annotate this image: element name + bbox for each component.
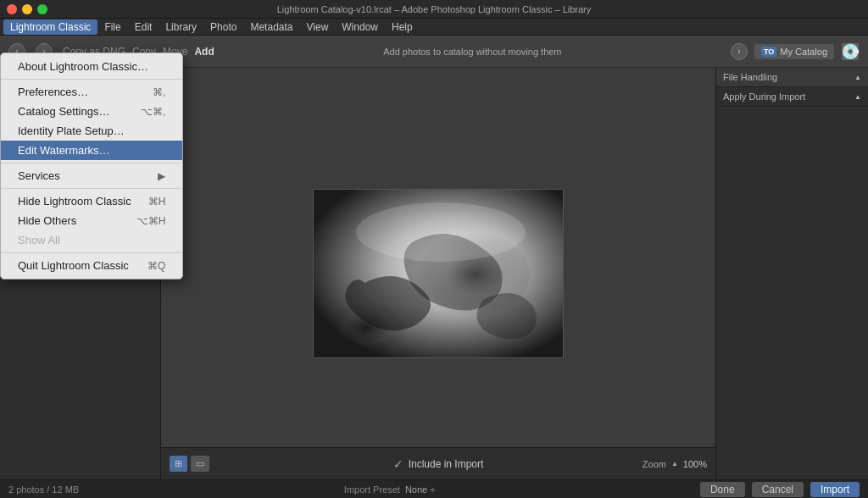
maximize-button[interactable]	[37, 4, 47, 14]
toolbar-right: › TO My Catalog 💽	[731, 42, 860, 61]
zoom-up-icon[interactable]	[671, 460, 678, 468]
bottom-bar: ⊞ ▭ ✓ Include in Import Zoom 100%	[161, 447, 715, 479]
menu-hide-others[interactable]: Hide Others ⌥⌘H	[1, 211, 182, 230]
separator-3	[1, 188, 182, 189]
menu-quit[interactable]: Quit Lightroom Classic ⌘Q	[1, 256, 182, 275]
menu-bar: Lightroom Classic File Edit Library Phot…	[0, 19, 868, 36]
menu-edit-watermarks[interactable]: Edit Watermarks…	[1, 141, 182, 160]
close-button[interactable]	[7, 4, 17, 14]
photo-frame	[313, 189, 564, 358]
menu-metadata[interactable]: Metadata	[243, 19, 299, 35]
loupe-view-button[interactable]: ▭	[191, 456, 209, 472]
svg-point-3	[356, 202, 526, 262]
separator-2	[1, 163, 182, 163]
collapse-icon	[854, 93, 861, 101]
catalog-button[interactable]: TO My Catalog	[754, 44, 834, 59]
done-button[interactable]: Done	[700, 482, 745, 497]
right-panel: File Handling Apply During Import	[715, 68, 868, 479]
menu-preferences[interactable]: Preferences… ⌘,	[1, 82, 182, 102]
include-import-label: Include in Import	[409, 458, 484, 470]
zoom-label: Zoom	[643, 459, 666, 469]
menu-edit[interactable]: Edit	[128, 19, 159, 35]
menu-show-all: Show All	[1, 230, 182, 250]
menu-about[interactable]: About Lightroom Classic…	[1, 57, 182, 76]
checkmark-icon: ✓	[393, 457, 403, 471]
window-controls[interactable]	[7, 4, 47, 14]
photo-info: 2 photos / 12 MB	[8, 484, 79, 495]
menu-services[interactable]: Services ▶	[1, 166, 182, 185]
apply-during-import-header[interactable]: Apply During Import	[716, 87, 868, 106]
apply-during-import-section: Apply During Import	[716, 87, 868, 107]
zoom-value: 100%	[683, 459, 707, 469]
file-handling-label: File Handling	[723, 72, 777, 82]
photo-container	[313, 189, 564, 358]
menu-library[interactable]: Library	[159, 19, 203, 35]
minimize-button[interactable]	[22, 4, 32, 14]
status-bar: 2 photos / 12 MB Import Preset None ÷ Do…	[0, 479, 868, 498]
file-handling-section: File Handling	[716, 68, 868, 87]
zoom-control: Zoom 100%	[643, 459, 707, 469]
menu-hide-lr[interactable]: Hide Lightroom Classic ⌘H	[1, 191, 182, 211]
view-toggle: ⊞ ▭	[170, 456, 209, 472]
action-buttons: Done Cancel Import	[700, 482, 860, 497]
grid-view-button[interactable]: ⊞	[170, 456, 187, 472]
disk-icon: 💽	[841, 42, 860, 61]
menu-help[interactable]: Help	[385, 19, 420, 35]
title-bar: Lightroom Catalog-v10.lrcat – Adobe Phot…	[0, 0, 868, 19]
file-handling-header[interactable]: File Handling	[716, 68, 868, 86]
include-import: ✓ Include in Import	[393, 457, 484, 471]
menu-catalog-settings[interactable]: Catalog Settings… ⌥⌘,	[1, 102, 182, 121]
toolbar-center: Add photos to catalog without moving the…	[214, 47, 731, 57]
import-button[interactable]: Import	[810, 482, 860, 497]
action-add[interactable]: Add	[194, 46, 214, 58]
separator-4	[1, 252, 182, 253]
cancel-button[interactable]: Cancel	[752, 482, 804, 497]
menu-view[interactable]: View	[300, 19, 336, 35]
separator-1	[1, 79, 182, 80]
menu-file[interactable]: File	[97, 19, 127, 35]
window-title: Lightroom Catalog-v10.lrcat – Adobe Phot…	[277, 4, 592, 14]
photo-image	[314, 190, 564, 358]
toolbar-subtitle: Add photos to catalog without moving the…	[214, 47, 731, 57]
preset-label: Import Preset	[344, 484, 400, 495]
import-preset: Import Preset None ÷	[344, 484, 435, 495]
menu-photo[interactable]: Photo	[203, 19, 243, 35]
menu-identity-plate[interactable]: Identity Plate Setup…	[1, 121, 182, 141]
catalog-name: My Catalog	[780, 47, 827, 57]
main-viewer: ⊞ ▭ ✓ Include in Import Zoom 100%	[161, 68, 715, 479]
app-dropdown-menu: About Lightroom Classic… Preferences… ⌘,…	[0, 53, 183, 279]
preset-value[interactable]: None ÷	[405, 484, 435, 495]
apply-during-import-label: Apply During Import	[723, 91, 805, 102]
to-badge: TO	[761, 47, 776, 57]
nav-right[interactable]: ›	[731, 43, 748, 60]
menu-app-name[interactable]: Lightroom Classic	[3, 19, 97, 35]
collapse-icon	[854, 74, 861, 81]
menu-window[interactable]: Window	[335, 19, 385, 35]
